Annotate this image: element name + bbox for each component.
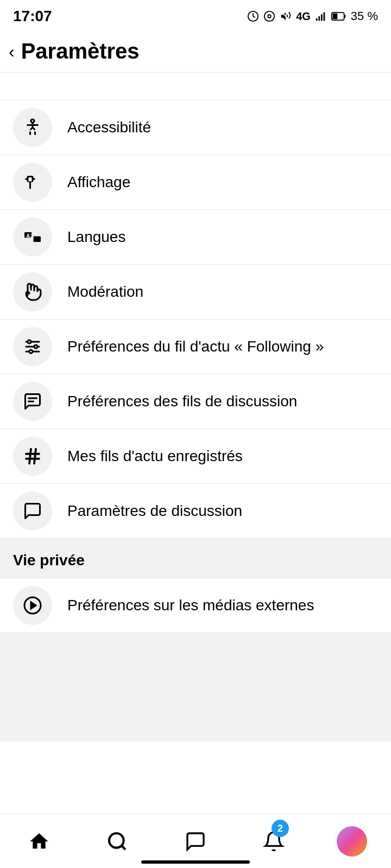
medias-externes-icon-circle xyxy=(13,586,52,625)
svg-rect-7 xyxy=(323,12,325,21)
sliders-icon xyxy=(23,337,42,356)
menu-item-parametres-discussion[interactable]: Paramètres de discussion xyxy=(0,484,391,538)
svg-rect-5 xyxy=(318,16,320,21)
compass-icon xyxy=(263,10,275,22)
profile-avatar xyxy=(337,826,367,857)
menu-item-accessibilite[interactable]: Accessibilité xyxy=(0,100,391,155)
hand-icon xyxy=(23,282,42,302)
chat-settings-icon xyxy=(23,501,42,521)
menu-item-medias-externes[interactable]: Préférences sur les médias externes xyxy=(0,578,391,633)
chat-bubbles-icon xyxy=(23,392,42,411)
mes-fils-icon-circle xyxy=(13,437,52,476)
message-icon xyxy=(185,831,206,852)
nav-home[interactable] xyxy=(0,814,78,868)
svg-line-24 xyxy=(34,449,36,464)
svg-point-1 xyxy=(264,11,274,21)
search-icon xyxy=(106,831,128,852)
footer-section xyxy=(0,633,391,742)
play-circle-icon xyxy=(23,596,42,615)
battery-percentage: 35 % xyxy=(351,9,378,23)
nav-profile[interactable] xyxy=(313,814,391,868)
svg-point-18 xyxy=(28,340,31,343)
svg-rect-6 xyxy=(321,14,323,21)
svg-rect-10 xyxy=(344,15,345,17)
menu-item-preferences-following[interactable]: Préférences du fil d'actu « Following » xyxy=(0,320,391,374)
preferences-following-icon-circle xyxy=(13,327,52,366)
menu-item-langues[interactable]: AZ Langues xyxy=(0,210,391,264)
network-label: 4G xyxy=(296,10,311,23)
alarm-icon xyxy=(247,10,259,22)
notification-badge: 2 xyxy=(272,820,289,837)
preferences-discussion-icon-circle xyxy=(13,382,52,421)
menu-item-preferences-discussion[interactable]: Préférences des fils de discussion xyxy=(0,374,391,429)
page-title: Paramètres xyxy=(21,39,140,63)
parametres-discussion-label: Paramètres de discussion xyxy=(67,502,242,520)
accessibilite-label: Accessibilité xyxy=(67,119,151,136)
accessibilite-icon-circle xyxy=(13,108,52,147)
status-icons: 4G 35 % xyxy=(247,9,378,23)
home-icon xyxy=(28,831,50,852)
langues-label: Langues xyxy=(67,228,125,246)
langues-icon-circle: AZ xyxy=(13,218,52,257)
svg-point-19 xyxy=(34,345,37,348)
svg-point-20 xyxy=(29,350,33,353)
moderation-label: Modération xyxy=(67,283,143,301)
parametres-discussion-icon-circle xyxy=(13,492,52,531)
section-vie-privee: Vie privée xyxy=(0,539,391,578)
translate-icon: AZ xyxy=(23,227,42,247)
svg-point-11 xyxy=(31,119,34,123)
svg-line-23 xyxy=(29,449,31,464)
moderation-icon-circle xyxy=(13,272,52,311)
battery-icon xyxy=(331,10,346,22)
menu-item-mes-fils[interactable]: Mes fils d'actu enregistrés xyxy=(0,429,391,483)
svg-point-2 xyxy=(268,15,271,18)
signal-icon xyxy=(315,10,327,22)
menu-item-affichage[interactable]: Affichage xyxy=(0,155,391,209)
status-time: 17:07 xyxy=(13,8,52,25)
svg-rect-9 xyxy=(332,14,337,20)
svg-text:AZ: AZ xyxy=(26,233,34,239)
page-header: ‹ Paramètres xyxy=(0,30,391,72)
svg-line-28 xyxy=(122,845,125,849)
svg-rect-13 xyxy=(34,237,41,242)
bottom-indicator xyxy=(141,860,250,864)
mute-icon xyxy=(280,10,292,22)
svg-point-27 xyxy=(109,833,124,848)
affichage-label: Affichage xyxy=(67,174,130,191)
paint-icon xyxy=(23,173,42,192)
bottom-navigation: 2 xyxy=(0,814,391,868)
hashtag-icon xyxy=(23,446,42,466)
mes-fils-label: Mes fils d'actu enregistrés xyxy=(67,448,243,465)
medias-externes-label: Préférences sur les médias externes xyxy=(67,597,314,614)
preferences-discussion-label: Préférences des fils de discussion xyxy=(67,393,297,410)
menu-item-moderation[interactable]: Modération xyxy=(0,265,391,319)
preferences-following-label: Préférences du fil d'actu « Following » xyxy=(67,338,324,355)
affichage-icon-circle xyxy=(13,163,52,202)
accessibility-icon xyxy=(23,118,42,137)
partial-top-item xyxy=(0,73,391,100)
status-bar: 17:07 4G 35 % xyxy=(0,0,391,30)
back-button[interactable]: ‹ xyxy=(9,43,15,60)
svg-rect-4 xyxy=(316,18,318,21)
svg-marker-26 xyxy=(31,602,36,609)
